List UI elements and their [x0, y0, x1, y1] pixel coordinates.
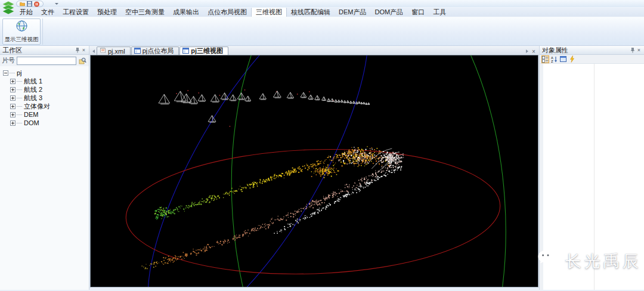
- tree-item-1[interactable]: 航线 2: [3, 85, 89, 94]
- title-bar: [0, 0, 644, 8]
- tab-scroll-left-button[interactable]: [91, 48, 97, 55]
- doc-tab-2[interactable]: pj三维视图: [179, 47, 228, 55]
- doc-tab-0[interactable]: pj.xml: [97, 47, 131, 55]
- menu-item-10[interactable]: DOM产品: [370, 8, 407, 17]
- doc-tab-1[interactable]: pj点位布局: [131, 47, 179, 55]
- tree-connector: [17, 123, 22, 123]
- tree-item-label: DOM: [24, 119, 39, 126]
- tree-item-label: 立体像对: [24, 102, 50, 111]
- photo-id-label: 片号: [2, 56, 15, 65]
- pause-icon[interactable]: [34, 1, 39, 7]
- show-3d-view-label: 显示三维视图: [5, 35, 39, 43]
- tree-item-5[interactable]: DOM: [3, 119, 89, 127]
- menu-item-2[interactable]: 工程设置: [58, 8, 93, 17]
- expand-toggle-icon[interactable]: [10, 112, 16, 117]
- doc-tab-label: pj.xml: [108, 48, 125, 55]
- pin-icon[interactable]: [74, 47, 80, 54]
- alphabetical-sort-icon[interactable]: AZ: [550, 55, 558, 63]
- photo-id-filter-row: 片号: [0, 55, 89, 66]
- menu-item-3[interactable]: 预处理: [93, 8, 121, 17]
- property-grid: [543, 64, 644, 290]
- expand-toggle-icon[interactable]: [10, 120, 16, 126]
- tree-connector: [17, 89, 22, 90]
- tree-item-4[interactable]: DEM: [3, 110, 89, 119]
- 3d-viewport[interactable]: [90, 55, 538, 287]
- menu-item-6[interactable]: 点位布局视图: [203, 8, 251, 17]
- project-tree: pj航线 1航线 2航线 3立体像对DEMDOM: [0, 66, 89, 290]
- menu-item-5[interactable]: 成果输出: [169, 8, 203, 17]
- tree-item-0[interactable]: 航线 1: [3, 77, 89, 85]
- close-icon[interactable]: ×: [636, 47, 642, 54]
- viewport-canvas: [91, 55, 538, 287]
- pin-icon[interactable]: [629, 47, 636, 54]
- quick-access-dropdown-icon[interactable]: [55, 3, 58, 5]
- open-folder-icon[interactable]: [20, 1, 25, 7]
- notepad-icon: [100, 47, 106, 55]
- orbit-blue: [108, 55, 408, 287]
- expand-toggle-icon[interactable]: [10, 104, 16, 109]
- tree-connector: [17, 98, 22, 98]
- tree-item-label: 航线 1: [24, 77, 42, 86]
- properties-panel-header: 对象属性 ×: [540, 46, 644, 55]
- menu-item-12[interactable]: 工具: [429, 8, 450, 17]
- app-logo-icon: [2, 1, 15, 15]
- workspace-panel-header: 工作区 ×: [0, 46, 89, 55]
- search-button[interactable]: [78, 57, 87, 65]
- save-icon[interactable]: [27, 1, 32, 7]
- doc-tab-label: pj三维视图: [191, 47, 223, 55]
- menu-item-4[interactable]: 空中三角测量: [121, 8, 169, 17]
- object-properties-panel: 对象属性 × AZ: [539, 46, 644, 290]
- menu-item-11[interactable]: 窗口: [407, 8, 429, 17]
- red-tie-points: [176, 89, 333, 127]
- show-3d-view-button[interactable]: 显示三维视图: [2, 18, 41, 45]
- tree-item-label: 航线 2: [24, 85, 42, 94]
- tab-scroll-right-button[interactable]: [524, 48, 530, 55]
- categorized-icon[interactable]: [541, 55, 549, 63]
- menu-item-8[interactable]: 核线匹配编辑: [287, 8, 335, 17]
- tree-item-label: pj: [17, 69, 22, 76]
- tree-item-2[interactable]: 航线 3: [3, 94, 89, 102]
- expand-toggle-icon[interactable]: [3, 70, 8, 76]
- ribbon-separator: [42, 18, 43, 45]
- tree-connector: [17, 106, 22, 107]
- property-pages-icon[interactable]: [559, 55, 567, 63]
- properties-toolbar: AZ: [540, 55, 644, 64]
- properties-panel-title: 对象属性: [542, 46, 629, 55]
- tree-item-3[interactable]: 立体像对: [3, 102, 89, 110]
- window-icon: [134, 48, 141, 55]
- tree-connector: [17, 81, 22, 82]
- orbit-ellipses: [108, 55, 522, 287]
- tab-close-button[interactable]: ×: [530, 48, 537, 55]
- point-cloud: [142, 146, 404, 269]
- menu-bar: 开始文件工程设置预处理空中三角测量成果输出点位布局视图三维视图核线匹配编辑DEM…: [0, 8, 644, 17]
- expand-toggle-icon[interactable]: [10, 87, 16, 92]
- menu-item-9[interactable]: DEM产品: [335, 8, 370, 17]
- quick-access-toolbar: [16, 1, 44, 7]
- tree-connector: [10, 73, 15, 73]
- tree-item-label: DEM: [24, 111, 38, 118]
- doc-tab-label: pj点位布局: [143, 47, 174, 55]
- close-icon[interactable]: ×: [80, 47, 87, 54]
- tree-connector: [17, 114, 22, 115]
- menu-item-0[interactable]: 开始: [16, 8, 37, 17]
- expand-toggle-icon[interactable]: [10, 79, 16, 84]
- window-icon: [182, 48, 189, 55]
- expand-toggle-icon[interactable]: [10, 95, 16, 101]
- tree-item-root[interactable]: pj: [3, 69, 89, 77]
- workspace-panel-title: 工作区: [2, 46, 74, 55]
- workspace-panel: 工作区 × 片号 pj航线 1航线 2航线 3立体像对DEMDOM: [0, 46, 89, 290]
- globe-icon: [16, 20, 27, 34]
- orbit-green: [215, 55, 522, 287]
- document-tab-bar: pj.xmlpj点位布局pj三维视图 ×: [89, 46, 539, 55]
- svg-text:Z: Z: [551, 59, 553, 62]
- camera-frustums: [159, 91, 370, 122]
- menu-item-7[interactable]: 三维视图: [251, 7, 287, 17]
- tree-item-label: 航线 3: [24, 94, 42, 103]
- photo-id-input[interactable]: [17, 57, 76, 65]
- ribbon: 显示三维视图: [0, 17, 644, 46]
- lightning-icon[interactable]: [568, 55, 576, 63]
- menu-item-1[interactable]: 文件: [37, 8, 58, 17]
